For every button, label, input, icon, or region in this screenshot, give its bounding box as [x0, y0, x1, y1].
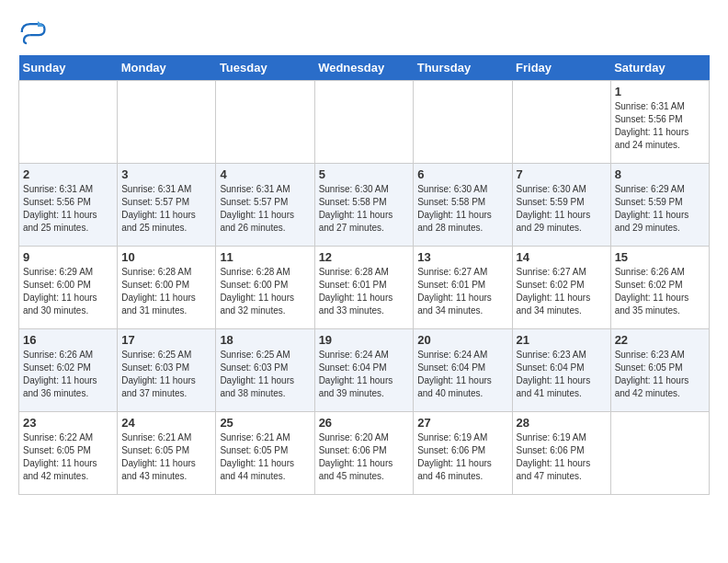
col-header-sunday: Sunday — [19, 55, 118, 81]
day-number: 2 — [23, 167, 113, 181]
calendar-cell: 13Sunrise: 6:27 AM Sunset: 6:01 PM Dayli… — [414, 247, 512, 329]
day-info: Sunrise: 6:25 AM Sunset: 6:03 PM Dayligh… — [121, 349, 211, 400]
calendar-cell: 24Sunrise: 6:21 AM Sunset: 6:05 PM Dayli… — [118, 412, 216, 495]
col-header-saturday: Saturday — [610, 55, 709, 81]
day-info: Sunrise: 6:21 AM Sunset: 6:05 PM Dayligh… — [121, 431, 211, 483]
calendar-cell: 9Sunrise: 6:29 AM Sunset: 6:00 PM Daylig… — [19, 247, 118, 329]
calendar-cell — [314, 81, 414, 164]
calendar-cell — [216, 81, 314, 164]
calendar-cell: 2Sunrise: 6:31 AM Sunset: 5:56 PM Daylig… — [19, 164, 118, 247]
calendar-cell: 23Sunrise: 6:22 AM Sunset: 6:05 PM Dayli… — [19, 412, 118, 495]
day-info: Sunrise: 6:21 AM Sunset: 6:05 PM Dayligh… — [220, 431, 310, 483]
day-info: Sunrise: 6:22 AM Sunset: 6:05 PM Dayligh… — [23, 431, 113, 483]
day-number: 12 — [319, 250, 410, 264]
day-number: 3 — [121, 167, 211, 181]
day-info: Sunrise: 6:31 AM Sunset: 5:57 PM Dayligh… — [220, 183, 310, 235]
day-number: 21 — [517, 333, 607, 347]
day-number: 17 — [121, 333, 211, 347]
calendar-week-row: 1Sunrise: 6:31 AM Sunset: 5:56 PM Daylig… — [19, 81, 710, 164]
calendar-cell: 8Sunrise: 6:29 AM Sunset: 5:59 PM Daylig… — [610, 164, 709, 247]
day-info: Sunrise: 6:30 AM Sunset: 5:58 PM Dayligh… — [417, 183, 507, 235]
day-number: 25 — [220, 416, 310, 430]
calendar-cell: 12Sunrise: 6:28 AM Sunset: 6:01 PM Dayli… — [314, 247, 414, 329]
day-info: Sunrise: 6:20 AM Sunset: 6:06 PM Dayligh… — [319, 431, 410, 483]
day-number: 15 — [615, 250, 705, 264]
calendar-cell: 6Sunrise: 6:30 AM Sunset: 5:58 PM Daylig… — [414, 164, 512, 247]
day-number: 7 — [517, 167, 607, 181]
col-header-wednesday: Wednesday — [314, 55, 414, 81]
day-number: 10 — [121, 250, 211, 264]
calendar-table: SundayMondayTuesdayWednesdayThursdayFrid… — [18, 55, 710, 495]
day-number: 20 — [417, 333, 507, 347]
day-number: 26 — [319, 416, 410, 430]
calendar-cell: 7Sunrise: 6:30 AM Sunset: 5:59 PM Daylig… — [512, 164, 610, 247]
calendar-cell: 25Sunrise: 6:21 AM Sunset: 6:05 PM Dayli… — [216, 412, 314, 495]
calendar-cell: 21Sunrise: 6:23 AM Sunset: 6:04 PM Dayli… — [512, 329, 610, 412]
day-info: Sunrise: 6:29 AM Sunset: 5:59 PM Dayligh… — [615, 183, 705, 235]
calendar-week-row: 2Sunrise: 6:31 AM Sunset: 5:56 PM Daylig… — [19, 164, 710, 247]
calendar-week-row: 16Sunrise: 6:26 AM Sunset: 6:02 PM Dayli… — [19, 329, 710, 412]
day-number: 28 — [517, 416, 607, 430]
calendar-cell: 5Sunrise: 6:30 AM Sunset: 5:58 PM Daylig… — [314, 164, 414, 247]
day-number: 1 — [615, 85, 705, 98]
day-number: 5 — [319, 167, 410, 181]
page-header — [18, 18, 710, 46]
calendar-week-row: 9Sunrise: 6:29 AM Sunset: 6:00 PM Daylig… — [19, 247, 710, 329]
day-info: Sunrise: 6:19 AM Sunset: 6:06 PM Dayligh… — [417, 431, 507, 483]
calendar-cell: 10Sunrise: 6:28 AM Sunset: 6:00 PM Dayli… — [118, 247, 216, 329]
day-info: Sunrise: 6:27 AM Sunset: 6:01 PM Dayligh… — [417, 266, 507, 317]
day-number: 18 — [220, 333, 310, 347]
calendar-cell — [118, 81, 216, 164]
day-info: Sunrise: 6:19 AM Sunset: 6:06 PM Dayligh… — [517, 431, 607, 483]
day-info: Sunrise: 6:31 AM Sunset: 5:57 PM Dayligh… — [121, 183, 211, 235]
day-number: 19 — [319, 333, 410, 347]
col-header-friday: Friday — [512, 55, 610, 81]
day-number: 14 — [517, 250, 607, 264]
day-number: 11 — [220, 250, 310, 264]
calendar-cell: 20Sunrise: 6:24 AM Sunset: 6:04 PM Dayli… — [414, 329, 512, 412]
day-info: Sunrise: 6:28 AM Sunset: 6:00 PM Dayligh… — [220, 266, 310, 317]
day-info: Sunrise: 6:23 AM Sunset: 6:05 PM Dayligh… — [615, 349, 705, 400]
calendar-cell: 28Sunrise: 6:19 AM Sunset: 6:06 PM Dayli… — [512, 412, 610, 495]
day-number: 4 — [220, 167, 310, 181]
calendar-week-row: 23Sunrise: 6:22 AM Sunset: 6:05 PM Dayli… — [19, 412, 710, 495]
calendar-cell — [414, 81, 512, 164]
calendar-cell: 16Sunrise: 6:26 AM Sunset: 6:02 PM Dayli… — [19, 329, 118, 412]
day-number: 23 — [23, 416, 113, 430]
calendar-cell — [512, 81, 610, 164]
day-number: 13 — [417, 250, 507, 264]
day-number: 16 — [23, 333, 113, 347]
calendar-cell: 17Sunrise: 6:25 AM Sunset: 6:03 PM Dayli… — [118, 329, 216, 412]
calendar-cell: 27Sunrise: 6:19 AM Sunset: 6:06 PM Dayli… — [414, 412, 512, 495]
day-number: 8 — [615, 167, 705, 181]
calendar-cell: 14Sunrise: 6:27 AM Sunset: 6:02 PM Dayli… — [512, 247, 610, 329]
day-number: 6 — [417, 167, 507, 181]
calendar-cell: 18Sunrise: 6:25 AM Sunset: 6:03 PM Dayli… — [216, 329, 314, 412]
day-info: Sunrise: 6:26 AM Sunset: 6:02 PM Dayligh… — [615, 266, 705, 317]
day-info: Sunrise: 6:23 AM Sunset: 6:04 PM Dayligh… — [517, 349, 607, 400]
calendar-cell: 26Sunrise: 6:20 AM Sunset: 6:06 PM Dayli… — [314, 412, 414, 495]
calendar-cell: 19Sunrise: 6:24 AM Sunset: 6:04 PM Dayli… — [314, 329, 414, 412]
logo-icon — [18, 18, 46, 46]
calendar-cell — [19, 81, 118, 164]
calendar-cell: 15Sunrise: 6:26 AM Sunset: 6:02 PM Dayli… — [610, 247, 709, 329]
day-info: Sunrise: 6:31 AM Sunset: 5:56 PM Dayligh… — [615, 100, 705, 152]
day-number: 24 — [121, 416, 211, 430]
day-info: Sunrise: 6:31 AM Sunset: 5:56 PM Dayligh… — [23, 183, 113, 235]
col-header-monday: Monday — [118, 55, 216, 81]
calendar-cell — [610, 412, 709, 495]
day-info: Sunrise: 6:27 AM Sunset: 6:02 PM Dayligh… — [517, 266, 607, 317]
calendar-cell: 3Sunrise: 6:31 AM Sunset: 5:57 PM Daylig… — [118, 164, 216, 247]
day-info: Sunrise: 6:26 AM Sunset: 6:02 PM Dayligh… — [23, 349, 113, 400]
day-number: 9 — [23, 250, 113, 264]
day-info: Sunrise: 6:28 AM Sunset: 6:01 PM Dayligh… — [319, 266, 410, 317]
calendar-cell: 1Sunrise: 6:31 AM Sunset: 5:56 PM Daylig… — [610, 81, 709, 164]
day-number: 27 — [417, 416, 507, 430]
calendar-header-row: SundayMondayTuesdayWednesdayThursdayFrid… — [19, 55, 710, 81]
col-header-tuesday: Tuesday — [216, 55, 314, 81]
col-header-thursday: Thursday — [414, 55, 512, 81]
day-info: Sunrise: 6:24 AM Sunset: 6:04 PM Dayligh… — [417, 349, 507, 400]
calendar-cell: 22Sunrise: 6:23 AM Sunset: 6:05 PM Dayli… — [610, 329, 709, 412]
day-info: Sunrise: 6:28 AM Sunset: 6:00 PM Dayligh… — [121, 266, 211, 317]
day-info: Sunrise: 6:29 AM Sunset: 6:00 PM Dayligh… — [23, 266, 113, 317]
